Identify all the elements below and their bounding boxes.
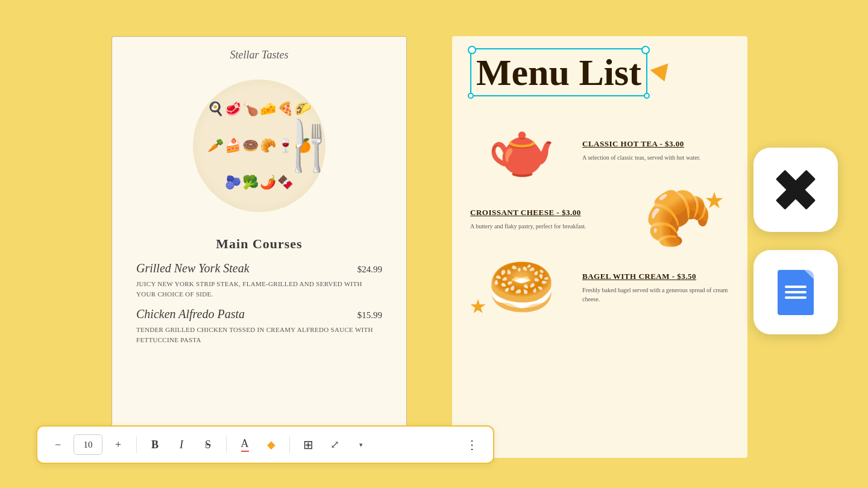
font-size-display: 10: [74, 434, 102, 455]
menu-item-1-desc: Juicy New York strip steak, flame-grille…: [136, 279, 382, 299]
bold-button[interactable]: B: [144, 434, 166, 455]
knife-icon: 🍴: [277, 117, 338, 174]
gdocs-app-icon[interactable]: [753, 250, 838, 334]
italic-button[interactable]: I: [171, 434, 192, 455]
menu-list-title: Menu List: [476, 52, 641, 93]
menu-item-1-price: $24.99: [357, 264, 382, 275]
menu-item-2-price: $15.99: [357, 310, 382, 321]
table-button[interactable]: ⊞: [297, 434, 319, 455]
toolbar-divider-1: [136, 436, 137, 453]
toolbar-divider-3: [289, 436, 290, 453]
selection-handle-br: [644, 93, 650, 99]
bagel-text: BAGEL WITH CREAM - $3.50 Freshly baked b…: [582, 271, 729, 304]
bagel-name: BAGEL WITH CREAM - $3.50: [582, 271, 729, 282]
tea-name: CLASSIC HOT TEA - $3.00: [582, 139, 729, 149]
croissant-image: 🥐: [627, 192, 729, 246]
croissant-desc: A buttery and flaky pastry, perfect for …: [470, 222, 617, 231]
bagel-desc: Freshly baked bagel served with a genero…: [582, 286, 729, 304]
tea-text: CLASSIC HOT TEA - $3.00 A selection of c…: [582, 139, 729, 162]
gdocs-logo-icon: [778, 270, 814, 315]
strikethrough-button[interactable]: S: [197, 434, 219, 455]
fill-color-button[interactable]: ◆: [260, 434, 282, 455]
gdocs-line-1: [785, 286, 807, 288]
more-options-button[interactable]: ⋮: [462, 434, 483, 455]
menu-list-title-wrapper[interactable]: Menu List: [470, 48, 647, 96]
starburst-small-icon: [470, 299, 486, 314]
right-menu-card: Menu List 🫖 CLASSIC HOT TEA - $3.00 A se…: [452, 36, 747, 458]
font-size-decrease-button[interactable]: −: [47, 434, 69, 455]
menu-item-1-name: Grilled New York Steak: [136, 261, 250, 275]
food-illustration: 🍴 🍳🥩🍗🧀 🍕🌮🥕🍰 🍩🥐🍷🍊 🫐🥦🌶️🍫 🍴: [181, 67, 338, 224]
gdocs-line-3: [785, 296, 807, 299]
expand-button[interactable]: ⤢: [324, 434, 345, 455]
capcut-logo-icon: [774, 168, 817, 211]
text-formatting-toolbar: − 10 + B I S A ◆ ⊞ ⤢ ▾ ⋮: [36, 425, 494, 464]
starburst-icon: [705, 192, 723, 210]
expand-dropdown-button[interactable]: ▾: [350, 434, 372, 455]
underline-a-icon: A: [241, 437, 249, 452]
restaurant-title: Stellar Tastes: [136, 49, 382, 61]
capcut-app-icon[interactable]: [753, 148, 838, 232]
gdocs-line-2: [785, 291, 807, 293]
section-title: Main Courses: [136, 236, 382, 252]
croissant-name: CROISSANT CHEESE - $3.00: [470, 207, 617, 218]
left-menu-card: Stellar Tastes 🍴 🍳🥩🍗🧀 🍕🌮🥕🍰 🍩🥐🍷🍊 🫐🥦🌶️🍫 🍴 …: [112, 36, 407, 452]
teapot-image: 🫖: [470, 123, 573, 177]
menu-item-1-row: Grilled New York Steak $24.99: [136, 261, 382, 275]
bagel-item: 🥯 BAGEL WITH CREAM - $3.50 Freshly baked…: [470, 260, 729, 314]
croissant-item: CROISSANT CHEESE - $3.00 A buttery and f…: [470, 192, 729, 246]
font-color-button[interactable]: A: [234, 434, 256, 455]
orange-arrow-icon: [650, 63, 673, 84]
toolbar-divider-2: [226, 436, 227, 453]
menu-item-2-name: Chicken Alfredo Pasta: [136, 307, 245, 321]
tea-desc: A selection of classic teas, served with…: [582, 153, 729, 162]
menu-item-2-desc: Tender grilled chicken tossed in creamy …: [136, 325, 382, 345]
fill-icon: ◆: [267, 438, 275, 451]
croissant-text: CROISSANT CHEESE - $3.00 A buttery and f…: [470, 207, 617, 231]
selection-handle-bl: [468, 93, 474, 99]
bagel-image: 🥯: [470, 260, 573, 314]
menu-item-2-row: Chicken Alfredo Pasta $15.99: [136, 307, 382, 321]
font-size-increase-button[interactable]: +: [107, 434, 129, 455]
tea-item: 🫖 CLASSIC HOT TEA - $3.00 A selection of…: [470, 123, 729, 177]
